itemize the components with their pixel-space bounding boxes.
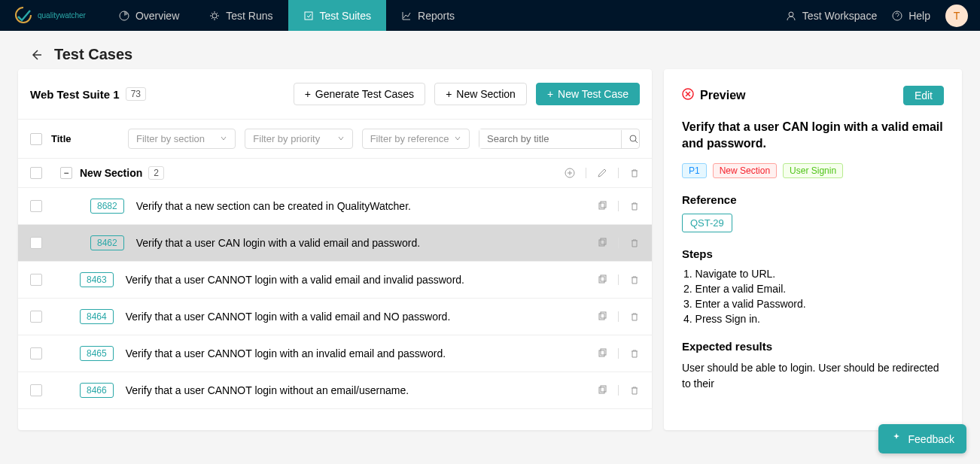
feedback-button[interactable]: Feedback — [878, 424, 966, 453]
new-test-case-button[interactable]: + New Test Case — [536, 83, 640, 105]
case-row[interactable]: 8465Verify that a user CANNOT login with… — [18, 335, 652, 372]
divider — [618, 348, 619, 359]
svg-rect-17 — [599, 387, 604, 393]
collapse-toggle[interactable]: − — [60, 167, 72, 179]
chevron-down-icon — [337, 133, 345, 144]
copy-icon[interactable] — [597, 201, 607, 211]
trash-icon[interactable] — [629, 274, 640, 285]
svg-rect-12 — [601, 275, 606, 281]
button-label: New Section — [456, 88, 516, 100]
case-checkbox[interactable] — [30, 237, 42, 249]
filter-reference-select[interactable]: Filter by reference — [362, 129, 470, 149]
nav-test-suites[interactable]: Test Suites — [288, 0, 386, 31]
steps-label: Steps — [682, 247, 944, 260]
chevron-down-icon — [220, 133, 227, 144]
suite-title: Web Test Suite 1 — [30, 88, 120, 101]
workspace-label: Test Workspace — [802, 10, 877, 22]
suite-icon — [303, 11, 314, 21]
case-row[interactable]: 8462Verify that a user CAN login with a … — [18, 225, 652, 262]
case-row[interactable]: 8463Verify that a user CANNOT login with… — [18, 262, 652, 299]
top-nav: qualitywatcher Overview Test Runs Test S… — [0, 0, 980, 31]
nav-label: Test Runs — [226, 10, 272, 22]
section-name: New Section — [80, 167, 142, 179]
case-id-badge: 8462 — [90, 235, 124, 250]
select-placeholder: Filter by priority — [253, 133, 320, 144]
help-link[interactable]: Help — [892, 10, 930, 22]
search-button[interactable] — [621, 130, 646, 148]
case-id-badge: 8463 — [80, 272, 114, 287]
svg-rect-11 — [599, 277, 604, 283]
steps-list: 1. Navigate to URL.2. Enter a valid Emai… — [682, 268, 944, 325]
copy-icon[interactable] — [597, 238, 607, 248]
copy-icon[interactable] — [597, 348, 607, 359]
trash-icon[interactable] — [629, 201, 640, 211]
case-checkbox[interactable] — [30, 384, 42, 396]
avatar[interactable]: T — [945, 5, 968, 27]
trash-icon[interactable] — [629, 348, 640, 359]
svg-rect-9 — [599, 240, 604, 246]
page-header: Test Cases — [0, 31, 980, 69]
svg-point-1 — [212, 14, 217, 18]
case-checkbox[interactable] — [30, 200, 42, 212]
help-icon — [892, 11, 902, 21]
add-case-icon[interactable] — [565, 168, 575, 178]
svg-rect-7 — [599, 203, 604, 209]
step-item: 3. Enter a valid Password. — [683, 298, 944, 310]
new-section-button[interactable]: + New Section — [434, 83, 527, 105]
select-all-checkbox[interactable] — [30, 133, 42, 145]
copy-icon[interactable] — [597, 385, 607, 396]
filter-section-select[interactable]: Filter by section — [128, 129, 236, 149]
svg-rect-14 — [601, 312, 606, 318]
case-checkbox[interactable] — [30, 274, 42, 286]
nav-overview[interactable]: Overview — [104, 0, 194, 31]
case-id-badge: 8464 — [80, 309, 114, 324]
search-input[interactable] — [479, 129, 621, 148]
edit-button[interactable]: Edit — [903, 86, 944, 105]
feedback-label: Feedback — [908, 433, 954, 445]
plus-icon: + — [547, 88, 553, 100]
nav-reports[interactable]: Reports — [386, 0, 470, 31]
back-button[interactable] — [30, 49, 42, 61]
case-row[interactable]: 8682Verify that a new section can be cre… — [18, 188, 652, 225]
rows-container: − New Section 2 8682Verify that a new se… — [18, 159, 652, 430]
feature-tag: User Signin — [783, 163, 843, 178]
copy-icon[interactable] — [597, 311, 607, 322]
case-row[interactable]: 8464Verify that a user CANNOT login with… — [18, 299, 652, 335]
case-checkbox[interactable] — [30, 347, 42, 359]
filter-priority-select[interactable]: Filter by priority — [245, 129, 352, 149]
close-preview-icon[interactable] — [682, 88, 694, 103]
case-id-badge: 8466 — [80, 383, 114, 398]
nav-items: Overview Test Runs Test Suites Reports — [104, 0, 470, 31]
case-checkbox[interactable] — [30, 311, 42, 323]
section-checkbox[interactable] — [30, 167, 42, 179]
reference-link[interactable]: QST-29 — [682, 214, 732, 232]
edit-icon[interactable] — [597, 168, 607, 178]
nav-right: Test Workspace Help T — [786, 5, 968, 27]
preview-label: Preview — [700, 89, 745, 102]
svg-rect-15 — [599, 350, 604, 356]
case-row[interactable]: 8466Verify that a user CANNOT login with… — [18, 372, 652, 409]
plus-icon: + — [446, 88, 452, 100]
nav-test-runs[interactable]: Test Runs — [194, 0, 288, 31]
divider — [618, 385, 619, 396]
title-column-header: Title — [51, 133, 119, 144]
preview-case-title: Verify that a user CAN login with a vali… — [682, 119, 944, 153]
section-row[interactable]: − New Section 2 — [18, 159, 652, 188]
trash-icon[interactable] — [629, 238, 640, 248]
sparkle-icon — [890, 432, 902, 446]
logo[interactable]: qualitywatcher — [12, 6, 86, 26]
generate-test-cases-button[interactable]: + Generate Test Cases — [294, 83, 425, 105]
step-item: 2. Enter a valid Email. — [683, 283, 944, 295]
step-item: 1. Navigate to URL. — [683, 268, 944, 280]
case-id-badge: 8465 — [80, 346, 114, 361]
workspace-menu[interactable]: Test Workspace — [786, 10, 877, 22]
trash-icon[interactable] — [629, 168, 640, 178]
trash-icon[interactable] — [629, 385, 640, 396]
copy-icon[interactable] — [597, 274, 607, 285]
trash-icon[interactable] — [629, 311, 640, 322]
svg-point-5 — [630, 135, 636, 141]
test-cases-panel: Web Test Suite 1 73 + Generate Test Case… — [18, 69, 652, 430]
preview-panel: Preview Edit Verify that a user CAN logi… — [664, 69, 962, 430]
svg-rect-10 — [601, 238, 606, 244]
select-placeholder: Filter by section — [136, 133, 205, 144]
